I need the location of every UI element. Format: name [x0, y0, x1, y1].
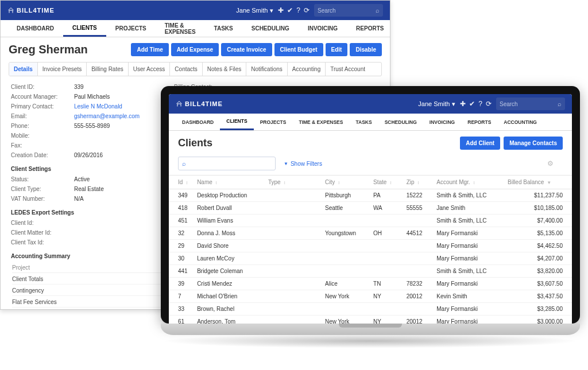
cell: 20012: [402, 290, 432, 303]
col-zip[interactable]: Zip ↕: [402, 176, 432, 189]
nav-dashboard[interactable]: DASHBOARD: [176, 114, 220, 130]
client-row[interactable]: 32Donna J. MossYoungstownOH44512Mary For…: [169, 227, 572, 240]
info-key: Email:: [11, 113, 74, 119]
sort-icon: ↕: [185, 180, 188, 185]
cell: $3,607.50: [503, 278, 572, 290]
client-row[interactable]: 61Anderson, TomNew YorkNY20012Mary Forma…: [169, 316, 572, 324]
col-city[interactable]: City ↕: [320, 176, 369, 189]
nav-reports[interactable]: REPORTS: [461, 114, 497, 130]
nav-tasks[interactable]: TASKS: [205, 20, 242, 37]
col-account-mgr-[interactable]: Account Mgr. ↕: [432, 176, 503, 189]
nav-projects[interactable]: PROJECTS: [106, 20, 156, 37]
nav-time-expenses[interactable]: TIME & EXPENSES: [292, 114, 349, 130]
client-row[interactable]: 418Robert DuvallSeattleWA55555Jane Smith…: [169, 202, 572, 215]
grid-settings-icon[interactable]: ⚙: [547, 159, 563, 168]
nav-tasks[interactable]: TASKS: [349, 114, 378, 130]
subtab-contacts[interactable]: Contacts: [170, 63, 202, 76]
subtab-details[interactable]: Details: [9, 63, 38, 76]
user-menu[interactable]: Jane Smith ▾: [418, 100, 455, 108]
client-row[interactable]: 441Bridgete ColemanSmith & Smith, LLC$3,…: [169, 265, 572, 278]
cell: [402, 252, 432, 265]
nav-reports[interactable]: REPORTS: [347, 20, 390, 37]
col-name[interactable]: Name ↕: [192, 176, 264, 189]
nav-dashboard[interactable]: DASHBOARD: [7, 20, 63, 37]
kv-value: Active: [74, 176, 90, 182]
laptop-shadow: [161, 334, 580, 348]
info-key: Fax:: [11, 142, 74, 149]
client-row[interactable]: 451William EvansSmith & Smith, LLC$7,400…: [169, 215, 572, 227]
cell: [402, 265, 432, 278]
search-icon: ⌕: [182, 160, 186, 167]
show-filters-link[interactable]: ▼ Show Filters: [284, 161, 322, 167]
cell: Seattle: [320, 202, 369, 215]
user-menu[interactable]: Jane Smith ▾: [236, 7, 273, 14]
info-value: 339: [74, 84, 84, 90]
client-row[interactable]: 39Cristi MendezAliceTN78232Mary Formansk…: [169, 278, 572, 290]
help-icon[interactable]: ?: [478, 100, 482, 108]
nav-time-expenses[interactable]: TIME & EXPENSES: [156, 20, 205, 37]
nav-clients[interactable]: CLIENTS: [220, 114, 253, 130]
add-client-button[interactable]: Add Client: [460, 137, 500, 150]
info-row: Creation Date:09/26/2016: [11, 150, 140, 160]
cell: $4,462.50: [503, 240, 572, 252]
client-budget-button[interactable]: Client Budget: [274, 43, 323, 56]
edit-button[interactable]: Edit: [326, 43, 348, 56]
brand-logo: BILL4TIME: [176, 100, 223, 107]
add-icon[interactable]: ✚: [460, 100, 466, 108]
nav-scheduling[interactable]: SCHEDULING: [378, 114, 423, 130]
info-value[interactable]: Leslie N McDonald: [74, 103, 122, 110]
disable-button[interactable]: Disable: [350, 43, 382, 56]
nav-clients[interactable]: CLIENTS: [63, 20, 106, 37]
subtab-invoice-presets[interactable]: Invoice Presets: [38, 63, 87, 76]
cell: 451: [169, 215, 192, 227]
create-invoice-button[interactable]: Create Invoice: [221, 43, 272, 56]
cell: [264, 252, 320, 265]
add-expense-button[interactable]: Add Expense: [171, 43, 219, 56]
subtab-notes-files[interactable]: Notes & Files: [203, 63, 246, 76]
add-time-button[interactable]: Add Time: [131, 43, 168, 56]
check-icon[interactable]: ✔: [287, 6, 293, 14]
cell: WA: [369, 202, 402, 215]
client-search-input[interactable]: [189, 161, 272, 167]
client-row[interactable]: 30Lauren McCoyMary Formanski$4,207.00: [169, 252, 572, 265]
cell: Brown, Rachel: [192, 303, 264, 316]
nav-scheduling[interactable]: SCHEDULING: [242, 20, 299, 37]
nav-projects[interactable]: PROJECTS: [254, 114, 293, 130]
client-row[interactable]: 33Brown, RachelMary Formanski$3,285.00: [169, 303, 572, 316]
check-icon[interactable]: ✔: [469, 100, 475, 108]
client-row[interactable]: 7Michael O'BrienNew YorkNY20012Kevin Smi…: [169, 290, 572, 303]
col-state[interactable]: State ↕: [369, 176, 402, 189]
col-type[interactable]: Type ↕: [264, 176, 320, 189]
clients-table: Id ↕Name ↕Type ↕City ↕State ↕Zip ↕Accoun…: [169, 175, 572, 324]
global-search[interactable]: ⌕: [314, 4, 383, 17]
col-id[interactable]: Id ↕: [169, 176, 192, 189]
brand-text: BILL4TIME: [17, 7, 55, 14]
help-icon[interactable]: ?: [296, 6, 300, 14]
subtab-trust-account[interactable]: Trust Account: [326, 63, 370, 76]
manage-contacts-button[interactable]: Manage Contacts: [504, 137, 563, 150]
info-row: Email:gsherman@example.com: [11, 111, 140, 121]
client-search[interactable]: ⌕: [178, 157, 276, 170]
global-search-input[interactable]: [318, 7, 376, 14]
global-search[interactable]: ⌕: [496, 98, 565, 110]
subtab-user-access[interactable]: User Access: [129, 63, 171, 76]
cell: 30: [169, 252, 192, 265]
global-search-input[interactable]: [500, 101, 558, 107]
subtab-accounting[interactable]: Accounting: [288, 63, 326, 76]
cell: Cristi Mendez: [192, 278, 264, 290]
cell: Jane Smith: [432, 202, 503, 215]
history-icon[interactable]: ⟳: [486, 100, 492, 108]
nav-invoicing[interactable]: INVOICING: [423, 114, 461, 130]
sort-icon: ↕: [215, 180, 218, 185]
client-row[interactable]: 29David ShoreMary Formanski$4,462.50: [169, 240, 572, 252]
nav-invoicing[interactable]: INVOICING: [299, 20, 347, 37]
col-billed-balance[interactable]: Billed Balance ▼: [503, 176, 572, 189]
nav-accounting[interactable]: ACCOUNTING: [497, 114, 543, 130]
subtab-billing-rates[interactable]: Billing Rates: [87, 63, 129, 76]
add-icon[interactable]: ✚: [278, 6, 284, 14]
client-row[interactable]: 349Desktop ProductionPittsburghPA15222Sm…: [169, 189, 572, 202]
history-icon[interactable]: ⟳: [304, 6, 310, 14]
cell: [264, 290, 320, 303]
subtab-notifications[interactable]: Notifications: [246, 63, 287, 76]
info-value[interactable]: gsherman@example.com: [74, 113, 140, 119]
